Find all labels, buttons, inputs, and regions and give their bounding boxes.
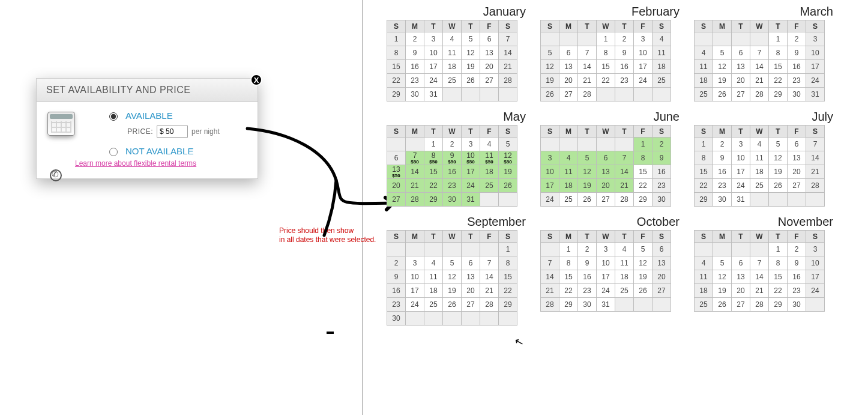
calendar-day-cell[interactable]: 11	[424, 270, 443, 284]
calendar-day-cell[interactable]: 8	[499, 256, 517, 270]
calendar-day-cell[interactable]: 5	[541, 46, 559, 60]
calendar-day-cell[interactable]: 17	[462, 165, 480, 179]
calendar-day-cell[interactable]: 31	[424, 88, 443, 101]
calendar-day-cell[interactable]: 23	[713, 179, 732, 193]
calendar-day-cell[interactable]: 9	[788, 256, 806, 270]
calendar-day-cell[interactable]: 27	[732, 298, 750, 312]
calendar-day-cell[interactable]: 25	[695, 298, 713, 312]
calendar-day-cell[interactable]: 6	[732, 256, 750, 270]
calendar-day-cell[interactable]: 23	[443, 179, 462, 193]
calendar-day-cell[interactable]: 20	[559, 74, 578, 88]
calendar-day-cell[interactable]: 22	[499, 284, 517, 298]
calendar-day-cell[interactable]: 8	[597, 46, 615, 60]
calendar-day-cell[interactable]: 4	[695, 256, 713, 270]
calendar-day-cell[interactable]: 21	[750, 284, 769, 298]
calendar-day-cell[interactable]: 26	[462, 74, 480, 88]
calendar-day-cell[interactable]: 13	[462, 270, 480, 284]
calendar-day-cell[interactable]: 27	[559, 88, 578, 101]
calendar-day-cell[interactable]: 16	[788, 270, 806, 284]
not-available-radio[interactable]	[109, 148, 118, 156]
available-radio[interactable]	[109, 112, 118, 121]
calendar-day-cell[interactable]: 27	[387, 193, 406, 207]
calendar-day-cell[interactable]: 24	[406, 298, 424, 312]
calendar-day-cell[interactable]: 21	[480, 284, 499, 298]
calendar-day-cell[interactable]: 18	[695, 284, 713, 298]
calendar-day-cell[interactable]: 12	[462, 46, 480, 60]
calendar-day-cell[interactable]: 16	[615, 60, 634, 74]
calendar-day-cell[interactable]: 6	[559, 46, 578, 60]
calendar-day-cell[interactable]: 24	[597, 284, 615, 298]
calendar-day-cell[interactable]: 12	[634, 256, 653, 270]
calendar-day-cell[interactable]: 13$50	[387, 165, 406, 179]
calendar-day-cell[interactable]: 24	[541, 193, 559, 207]
calendar-day-cell[interactable]: 3	[634, 32, 653, 46]
calendar-day-cell[interactable]: 30	[653, 193, 671, 207]
calendar-day-cell[interactable]: 14	[578, 60, 597, 74]
calendar-day-cell[interactable]: 20	[732, 74, 750, 88]
calendar-day-cell[interactable]: 29	[634, 193, 653, 207]
calendar-day-cell[interactable]: 3	[424, 32, 443, 46]
calendar-day-cell[interactable]: 28	[750, 298, 769, 312]
calendar-day-cell[interactable]: 23	[387, 298, 406, 312]
calendar-day-cell[interactable]: 2	[406, 32, 424, 46]
calendar-day-cell[interactable]: 1	[424, 138, 443, 151]
calendar-day-cell[interactable]: 26	[713, 88, 732, 101]
calendar-day-cell[interactable]: 10$50	[462, 151, 480, 165]
calendar-day-cell[interactable]: 1	[695, 138, 713, 151]
calendar-day-cell[interactable]: 8	[769, 256, 788, 270]
close-icon[interactable]: X	[250, 74, 262, 86]
calendar-day-cell[interactable]: 31	[462, 193, 480, 207]
calendar-day-cell[interactable]: 7	[499, 32, 517, 46]
calendar-day-cell[interactable]: 15	[695, 165, 713, 179]
calendar-day-cell[interactable]: 18	[559, 179, 578, 193]
calendar-day-cell[interactable]: 9$50	[443, 151, 462, 165]
calendar-day-cell[interactable]: 15	[634, 165, 653, 179]
calendar-day-cell[interactable]: 12	[769, 151, 788, 165]
calendar-day-cell[interactable]: 16	[788, 60, 806, 74]
calendar-day-cell[interactable]: 22	[769, 284, 788, 298]
calendar-day-cell[interactable]: 19	[713, 74, 732, 88]
calendar-day-cell[interactable]: 14	[750, 60, 769, 74]
calendar-day-cell[interactable]: 22	[597, 74, 615, 88]
calendar-day-cell[interactable]: 28	[406, 193, 424, 207]
calendar-day-cell[interactable]: 24	[424, 74, 443, 88]
calendar-day-cell[interactable]: 7	[541, 256, 559, 270]
calendar-day-cell[interactable]: 20	[788, 165, 806, 179]
calendar-day-cell[interactable]: 17	[597, 270, 615, 284]
calendar-day-cell[interactable]: 29	[695, 193, 713, 207]
calendar-day-cell[interactable]: 4	[424, 256, 443, 270]
calendar-day-cell[interactable]: 28	[750, 88, 769, 101]
calendar-day-cell[interactable]: 8	[769, 46, 788, 60]
calendar-day-cell[interactable]: 11	[559, 165, 578, 179]
calendar-day-cell[interactable]: 10	[424, 46, 443, 60]
calendar-day-cell[interactable]: 10	[541, 165, 559, 179]
calendar-day-cell[interactable]: 3	[406, 256, 424, 270]
calendar-day-cell[interactable]: 30	[406, 88, 424, 101]
calendar-day-cell[interactable]: 26	[541, 88, 559, 101]
calendar-day-cell[interactable]: 13	[788, 151, 806, 165]
calendar-day-cell[interactable]: 18	[695, 74, 713, 88]
calendar-day-cell[interactable]: 23	[615, 74, 634, 88]
calendar-day-cell[interactable]: 10	[806, 256, 825, 270]
calendar-day-cell[interactable]: 26	[769, 179, 788, 193]
calendar-day-cell[interactable]: 14	[480, 270, 499, 284]
calendar-day-cell[interactable]: 30	[788, 88, 806, 101]
calendar-day-cell[interactable]: 14	[406, 165, 424, 179]
calendar-day-cell[interactable]: 19	[578, 179, 597, 193]
calendar-day-cell[interactable]: 21	[578, 74, 597, 88]
calendar-day-cell[interactable]: 25	[750, 179, 769, 193]
calendar-day-cell[interactable]: 2	[788, 32, 806, 46]
calendar-day-cell[interactable]: 10	[806, 46, 825, 60]
calendar-day-cell[interactable]: 23	[653, 179, 671, 193]
calendar-day-cell[interactable]: 24	[732, 179, 750, 193]
calendar-day-cell[interactable]: 15	[387, 60, 406, 74]
calendar-day-cell[interactable]: 23	[788, 74, 806, 88]
calendar-day-cell[interactable]: 3	[597, 243, 615, 256]
calendar-day-cell[interactable]: 24	[634, 74, 653, 88]
calendar-day-cell[interactable]: 13	[732, 60, 750, 74]
calendar-day-cell[interactable]: 15	[424, 165, 443, 179]
calendar-day-cell[interactable]: 4	[695, 46, 713, 60]
calendar-day-cell[interactable]: 6	[462, 256, 480, 270]
price-input[interactable]	[157, 126, 188, 138]
calendar-day-cell[interactable]: 22	[634, 179, 653, 193]
